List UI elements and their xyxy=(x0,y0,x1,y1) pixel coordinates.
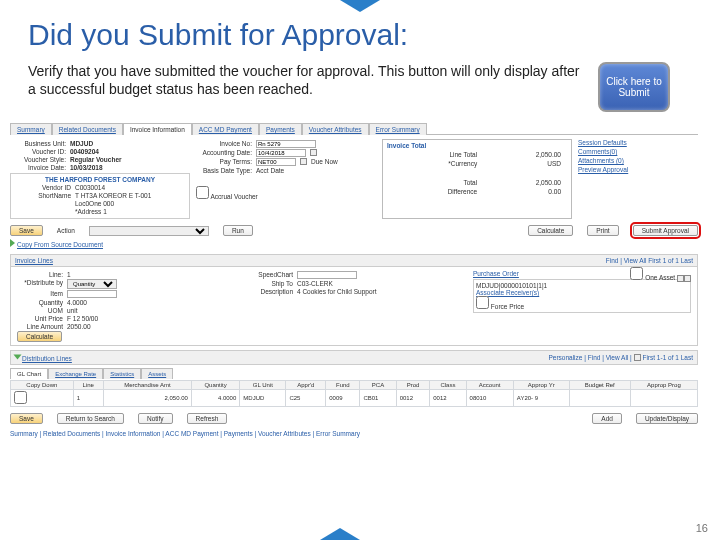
tab-bar: Summary Related Documents Invoice Inform… xyxy=(10,122,698,135)
due-now: Due Now xyxy=(311,158,338,166)
invoice-lines-pager[interactable]: Find | View All First 1 of 1 Last xyxy=(606,257,693,264)
invoice-total-title: Invoice Total xyxy=(387,142,567,149)
vendor-id: C0030014 xyxy=(75,184,105,191)
qty: 4.0000 xyxy=(67,299,87,306)
vendor-addr: *Address 1 xyxy=(75,208,107,215)
calendar-icon[interactable] xyxy=(310,149,317,156)
decor-triangle-top xyxy=(340,0,380,12)
line-num: 1 xyxy=(67,271,71,278)
tab-acc-md-payment[interactable]: ACC MD Payment xyxy=(192,123,259,135)
accounting-date-input[interactable] xyxy=(256,149,306,157)
distribution-lines-title: Distribution Lines xyxy=(22,355,72,362)
unit-price: F 12 50/00 xyxy=(67,315,98,322)
line-amount: 2050.00 xyxy=(67,323,91,330)
difference: 0.00 xyxy=(483,188,565,195)
force-price-label: Force Price xyxy=(491,303,524,310)
dist-personalize[interactable]: Personalize | Find | View All | xyxy=(548,354,633,361)
session-box: Session Defaults Comments(0) Attachments… xyxy=(578,139,698,219)
calculate-button[interactable]: Calculate xyxy=(528,225,573,236)
page-subtitle: Verify that you have submitted the vouch… xyxy=(28,62,588,98)
copy-from-source-link[interactable]: Copy From Source Document xyxy=(17,241,103,248)
grand-total: 2,050.00 xyxy=(483,169,565,186)
tab-error-summary[interactable]: Error Summary xyxy=(369,123,427,135)
attachments-link[interactable]: Attachments (0) xyxy=(578,157,698,164)
update-display-button[interactable]: Update/Display xyxy=(636,413,698,424)
tab-summary[interactable]: Summary xyxy=(10,123,52,135)
click-here-submit-label: Click here to Submit xyxy=(600,76,668,98)
invoice-lines-title: Invoice Lines xyxy=(15,257,53,264)
accrual-label: Accrual Voucher xyxy=(210,193,257,200)
vendor-loc: Loc0One 000 xyxy=(75,200,114,207)
pay-terms-input[interactable] xyxy=(256,158,296,166)
table-row: 1 2,050.00 4.0000 MDJUD C25 0009 CB01 00… xyxy=(11,390,698,407)
ship-to: C03-CLERK xyxy=(297,280,333,287)
action-label: Action xyxy=(57,227,75,234)
line-calculate-button[interactable]: Calculate xyxy=(17,331,62,342)
header-left: Business Unit:MDJUD Voucher ID:00409204 … xyxy=(10,139,190,219)
vendor-short: T HT3A KOREOR E T-001 xyxy=(75,192,151,199)
distribute-by-select[interactable]: Quantity xyxy=(67,279,117,289)
basis-date-type: Acct Date xyxy=(256,167,284,174)
po-number: MDJUD|0000010101|1|1 xyxy=(476,282,688,289)
footer-links[interactable]: Summary | Related Documents | Invoice In… xyxy=(10,430,698,437)
dist-pager[interactable]: First 1-1 of 1 Last xyxy=(642,354,693,361)
invoice-date: 10/03/2018 xyxy=(70,164,103,171)
gl-table: Copy DownLine Merchandise AmtQuantity GL… xyxy=(10,380,698,407)
run-button[interactable]: Run xyxy=(223,225,253,236)
associate-receivers-link[interactable]: Associate Receiver(s) xyxy=(476,289,688,296)
tab-voucher-attr[interactable]: Voucher Attributes xyxy=(302,123,369,135)
voucher-style: Regular Voucher xyxy=(70,156,122,163)
return-search-button[interactable]: Return to Search xyxy=(57,413,124,424)
invoice-total-box: Invoice Total Line Total2,050.00 *Curren… xyxy=(382,139,572,219)
refresh-button[interactable]: Refresh xyxy=(187,413,228,424)
print-button[interactable]: Print xyxy=(587,225,618,236)
line-description: 4 Cookies for Child Support xyxy=(297,288,377,295)
tab-invoice-info[interactable]: Invoice Information xyxy=(123,123,192,135)
copy-down-cell[interactable] xyxy=(11,390,74,407)
page-title: Did you Submit for Approval: xyxy=(28,18,702,52)
add-row-icon[interactable] xyxy=(677,275,684,282)
business-unit: MDJUD xyxy=(70,140,93,147)
speedchart-input[interactable] xyxy=(297,271,357,279)
footer-save-button[interactable]: Save xyxy=(10,413,43,424)
one-asset-checkbox[interactable] xyxy=(630,267,643,280)
subtab-exchange-rate[interactable]: Exchange Rate xyxy=(48,368,103,379)
item-input[interactable] xyxy=(67,290,117,298)
add-button[interactable]: Add xyxy=(592,413,622,424)
save-button[interactable]: Save xyxy=(10,225,43,236)
invoice-no-input[interactable] xyxy=(256,140,316,148)
uom: unit xyxy=(67,307,77,314)
force-price-checkbox[interactable] xyxy=(476,296,489,309)
tab-payments[interactable]: Payments xyxy=(259,123,302,135)
comments-link[interactable]: Comments(0) xyxy=(578,148,698,155)
dist-twisty-icon[interactable] xyxy=(14,355,22,360)
voucher-id: 00409204 xyxy=(70,148,99,155)
one-asset-label: One Asset xyxy=(645,274,675,281)
copy-twisty-icon[interactable] xyxy=(10,239,15,247)
click-here-submit-button[interactable]: Click here to Submit xyxy=(598,62,670,112)
grid-icon[interactable] xyxy=(634,354,641,361)
subtab-statistics[interactable]: Statistics xyxy=(103,368,141,379)
session-defaults-link[interactable]: Session Defaults xyxy=(578,139,698,146)
header-mid: Invoice No: Accounting Date: Pay Terms: … xyxy=(196,139,376,219)
subtab-assets[interactable]: Assets xyxy=(141,368,173,379)
accrual-checkbox[interactable] xyxy=(196,186,209,199)
tab-related-docs[interactable]: Related Documents xyxy=(52,123,123,135)
vendor-name: THE HARFORD FOREST COMPANY xyxy=(15,176,185,183)
page-number: 16 xyxy=(696,522,708,534)
submit-approval-button[interactable]: Submit Approval xyxy=(633,225,698,236)
lookup-icon[interactable] xyxy=(300,158,307,165)
preview-approval-link[interactable]: Preview Approval xyxy=(578,166,698,173)
delete-row-icon[interactable] xyxy=(684,275,691,282)
line-total: 2,050.00 xyxy=(483,151,565,158)
subtab-gl-chart[interactable]: GL Chart xyxy=(10,368,48,379)
action-select[interactable] xyxy=(89,226,209,236)
decor-triangle-bottom xyxy=(320,528,360,540)
currency: USD xyxy=(483,160,565,167)
notify-button[interactable]: Notify xyxy=(138,413,173,424)
